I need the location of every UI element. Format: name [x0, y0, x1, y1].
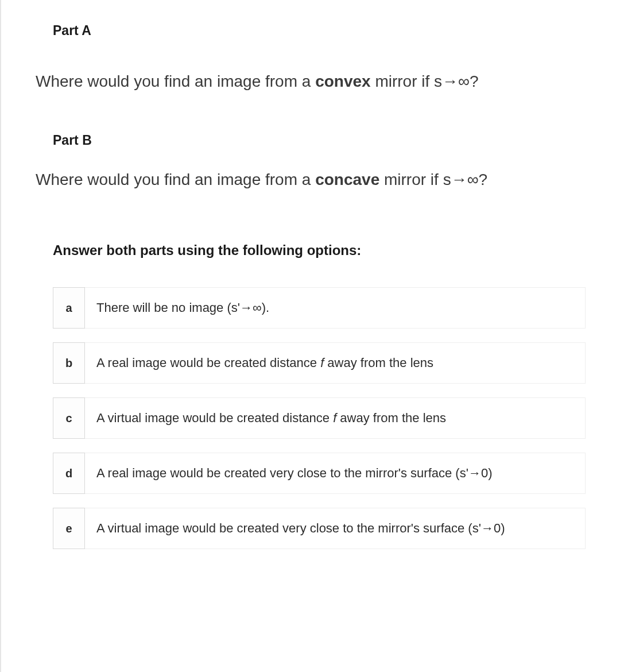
option-row[interactable]: e A virtual image would be created very …	[53, 508, 586, 549]
option-row[interactable]: c A virtual image would be created dista…	[53, 397, 586, 439]
option-text-pre: A virtual image would be created very cl…	[96, 521, 505, 535]
part-a-question: Where would you find an image from a con…	[36, 70, 586, 92]
part-b-question-post: mirror if s→∞?	[379, 171, 487, 188]
part-b-label: Part B	[53, 133, 586, 148]
part-b-question-bold: concave	[315, 171, 379, 188]
option-text-pre: There will be no image (s'→∞).	[96, 300, 269, 315]
option-text-italic: f	[320, 356, 327, 370]
part-b-question-pre: Where would you find an image from a	[36, 171, 315, 188]
option-row[interactable]: a There will be no image (s'→∞).	[53, 287, 586, 329]
option-text: A virtual image would be created distanc…	[85, 397, 586, 439]
option-letter: d	[53, 453, 85, 494]
option-text: There will be no image (s'→∞).	[85, 287, 586, 329]
option-text-pre: A real image would be created very close…	[96, 466, 492, 480]
options-list: a There will be no image (s'→∞). b A rea…	[53, 287, 586, 549]
option-letter: e	[53, 508, 85, 549]
option-text-post: away from the lens	[327, 356, 433, 370]
option-text: A real image would be created very close…	[85, 453, 586, 494]
part-a-question-pre: Where would you find an image from a	[36, 72, 315, 90]
option-text-italic: f	[333, 411, 340, 425]
part-a-question-bold: convex	[315, 72, 371, 90]
instruction-text: Answer both parts using the following op…	[53, 242, 586, 258]
option-text: A real image would be created distance f…	[85, 342, 586, 384]
option-row[interactable]: b A real image would be created distance…	[53, 342, 586, 384]
part-a-label: Part A	[53, 23, 586, 38]
option-text: A virtual image would be created very cl…	[85, 508, 586, 549]
option-letter: c	[53, 397, 85, 439]
option-text-pre: A virtual image would be created distanc…	[96, 411, 333, 425]
option-letter: b	[53, 342, 85, 384]
option-row[interactable]: d A real image would be created very clo…	[53, 453, 586, 494]
option-text-post: away from the lens	[340, 411, 446, 425]
option-letter: a	[53, 287, 85, 329]
part-b-question: Where would you find an image from a con…	[36, 168, 586, 191]
part-a-question-post: mirror if s→∞?	[371, 72, 479, 90]
option-text-pre: A real image would be created distance	[96, 356, 320, 370]
